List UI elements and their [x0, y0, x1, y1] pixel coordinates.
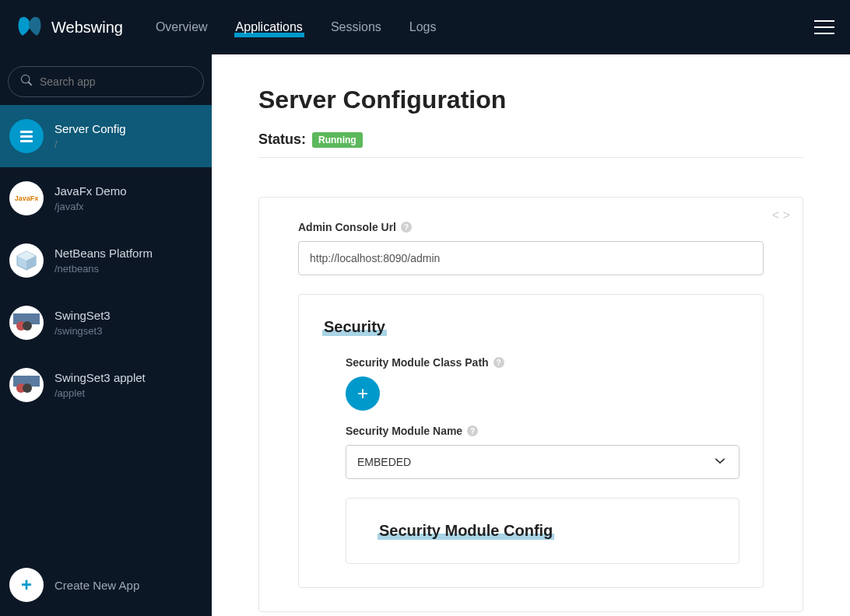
swingset3-icon: [9, 306, 44, 340]
status-row: Status: Running: [258, 131, 803, 158]
nav-logs[interactable]: Logs: [408, 17, 438, 37]
app-list: Server Config / JavaFx JavaFx Demo /java…: [0, 105, 212, 554]
create-new-app[interactable]: + Create New App: [0, 554, 212, 616]
javafx-icon: JavaFx: [9, 181, 44, 215]
security-module-config-title: Security Module Config: [378, 522, 554, 540]
status-badge: Running: [312, 132, 363, 148]
plus-icon: +: [9, 568, 44, 602]
security-classpath-label: Security Module Class Path ?: [346, 356, 739, 369]
main-content: Server Configuration Status: Running < >…: [212, 54, 850, 616]
admin-url-label: Admin Console Url ?: [298, 221, 764, 233]
config-panel: < > Admin Console Url ? Security Securit…: [258, 197, 803, 612]
app-name: Server Config: [54, 122, 126, 135]
nav-applications[interactable]: Applications: [234, 17, 304, 37]
app-name: SwingSet3: [54, 309, 111, 322]
security-module-name-label: Security Module Name ?: [346, 425, 739, 437]
sidebar-item-swingset3[interactable]: SwingSet3 /swingset3: [0, 292, 212, 354]
menu-icon[interactable]: [814, 20, 834, 34]
top-nav: Overview Applications Sessions Logs: [154, 17, 438, 37]
sidebar: Server Config / JavaFx JavaFx Demo /java…: [0, 54, 212, 616]
brand-text: Webswing: [51, 19, 123, 37]
app-path: /netbeans: [54, 263, 153, 275]
webswing-logo-icon: [16, 13, 44, 41]
topbar: Webswing Overview Applications Sessions …: [0, 0, 850, 54]
help-icon[interactable]: ?: [401, 222, 412, 233]
help-icon[interactable]: ?: [493, 357, 504, 368]
admin-url-input[interactable]: [298, 241, 764, 275]
app-name: NetBeans Platform: [54, 247, 153, 260]
status-label: Status:: [258, 131, 306, 148]
app-name: JavaFx Demo: [54, 184, 127, 198]
create-new-label: Create New App: [54, 579, 139, 592]
svg-point-8: [23, 383, 32, 393]
app-path: /javafx: [54, 201, 127, 212]
swingset3-applet-icon: [9, 368, 44, 402]
nav-overview[interactable]: Overview: [154, 17, 209, 37]
security-section: Security Security Module Class Path ? + …: [298, 294, 764, 588]
sidebar-item-javafx-demo[interactable]: JavaFx JavaFx Demo /javafx: [0, 167, 212, 229]
security-module-name-select[interactable]: [346, 445, 739, 479]
sidebar-item-server-config[interactable]: Server Config /: [0, 105, 212, 167]
app-path: /swingset3: [54, 325, 111, 337]
search-app[interactable]: [8, 66, 204, 97]
app-name: SwingSet3 applet: [54, 371, 146, 384]
security-title: Security: [322, 318, 387, 336]
app-path: /: [54, 138, 126, 150]
search-icon: [21, 75, 32, 89]
nav-sessions[interactable]: Sessions: [329, 17, 383, 37]
search-input[interactable]: [40, 75, 191, 88]
security-module-config-section: Security Module Config: [346, 498, 739, 564]
page-title: Server Configuration: [258, 86, 803, 114]
netbeans-icon: [9, 243, 44, 278]
server-icon: [9, 119, 44, 153]
app-path: /applet: [54, 387, 146, 399]
add-classpath-button[interactable]: +: [346, 376, 380, 411]
sidebar-item-swingset3-applet[interactable]: SwingSet3 applet /applet: [0, 354, 212, 416]
brand: Webswing: [16, 13, 123, 41]
svg-point-5: [23, 321, 32, 331]
code-view-icon[interactable]: < >: [772, 208, 790, 222]
sidebar-item-netbeans[interactable]: NetBeans Platform /netbeans: [0, 229, 212, 292]
help-icon[interactable]: ?: [467, 425, 478, 436]
